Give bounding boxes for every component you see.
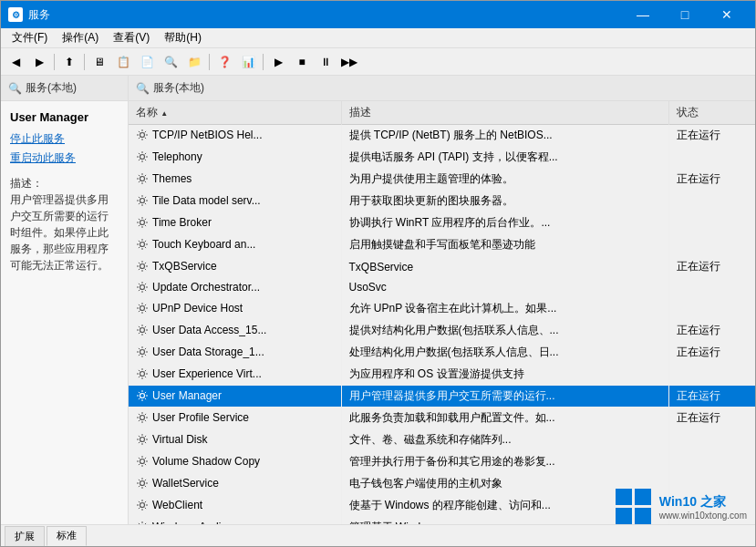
service-desc-cell: 协调执行 WinRT 应用程序的后台作业。... [341,212,669,234]
right-panel-header: 🔍 服务(本地) [129,76,755,101]
table-row[interactable]: Tile Data model serv...用于获取图块更新的图块服务器。 [129,191,755,212]
table-row[interactable]: Windows Audio管理基于 Windo... [129,516,755,524]
table-row[interactable]: User Data Access_15...提供对结构化用户数据(包括联系人信息… [129,319,755,341]
table-row[interactable]: User Experience Virt...为应用程序和 OS 设置漫游提供支… [129,363,755,385]
table-row[interactable]: UPnP Device Host允许 UPnP 设备宿主在此计算机上。如果... [129,297,755,319]
toolbar-pause[interactable]: ⏸ [315,52,337,72]
toolbar-show-console[interactable]: 🖥 [88,52,110,72]
svg-point-17 [140,502,145,507]
table-row[interactable]: User Data Storage_1...处理结构化用户数据(包括联系人信息、… [129,341,755,363]
table-header-row: 名称 ▲ 描述 状态 [129,101,755,125]
col-name[interactable]: 名称 ▲ [129,101,341,125]
service-desc-cell: 用户管理器提供多用户交互所需要的运行... [341,385,669,407]
service-desc-cell: 此服务负责加载和卸载用户配置文件。如... [341,407,669,428]
tab-extended[interactable]: 扩展 [5,526,45,546]
svg-point-11 [140,371,145,376]
main-area: 🔍 服务(本地) User Manager 停止此服务 重启动此服务 描述： 用… [1,76,755,524]
services-list: 名称 ▲ 描述 状态 T [129,101,755,524]
col-desc[interactable]: 描述 [341,101,669,125]
table-row[interactable]: User Manager用户管理器提供多用户交互所需要的运行...正在运行 [129,385,755,407]
svg-point-12 [140,393,145,397]
service-desc-cell: 使基于 Windows 的程序能创建、访问和... [341,494,669,516]
toolbar-up[interactable]: ⬆ [58,52,80,72]
tab-standard[interactable]: 标准 [47,526,87,546]
service-name-cell: WalletService [129,472,341,494]
col-status[interactable]: 状态 [669,101,755,125]
svg-point-13 [140,415,145,419]
table-row[interactable]: WebClient使基于 Windows 的程序能创建、访问和... [129,494,755,516]
service-name-cell: Telephony [129,147,341,169]
service-name-cell: Virtual Disk [129,428,341,450]
toolbar-back[interactable]: ◀ [5,52,26,72]
svg-point-1 [140,154,145,159]
service-desc-cell: 提供电话服务 API (TAPI) 支持，以便客程... [341,147,669,169]
menu-view[interactable]: 查看(V) [106,28,157,47]
toolbar-btn2[interactable]: 📋 [112,52,134,72]
service-status-cell [669,472,755,494]
window-title: 服务 [28,7,622,23]
service-desc-cell: 为应用程序和 OS 设置漫游提供支持 [341,363,669,385]
table-row[interactable]: Virtual Disk文件、卷、磁盘系统和存储阵列... [129,428,755,450]
sort-arrow-name: ▲ [161,109,168,118]
table-row[interactable]: WalletService电子钱包客户端使用的主机对象 [129,472,755,494]
service-status-cell [669,428,755,450]
svg-point-8 [140,305,145,310]
svg-point-0 [140,132,145,137]
right-panel-header-text: 服务(本地) [153,80,204,96]
restart-service-link[interactable]: 重启动此服务 [10,150,119,166]
toolbar-restart[interactable]: ▶▶ [338,52,360,72]
service-desc-cell: 启用触摸键盘和手写面板笔和墨迹功能 [341,234,669,256]
menu-help[interactable]: 帮助(H) [157,28,209,47]
toolbar: ◀ ▶ ⬆ 🖥 📋 📄 🔍 📁 ❓ 📊 ▶ ■ ⏸ ▶▶ [1,48,755,76]
toolbar-btn6[interactable]: 📊 [237,52,259,72]
toolbar-sep-2 [84,54,85,70]
service-desc-cell: 文件、卷、磁盘系统和存储阵列... [341,428,669,450]
minimize-button[interactable]: — [622,1,664,28]
left-panel-header: 🔍 服务(本地) [1,76,128,101]
maximize-button[interactable]: □ [664,1,706,28]
toolbar-btn3[interactable]: 📄 [136,52,158,72]
svg-point-2 [140,176,145,181]
service-desc-cell: 允许 UPnP 设备宿主在此计算机上。如果... [341,297,669,319]
left-panel-description: 描述： 用户管理器提供多用户交互所需要的运行时组件。如果停止此服务，那些应用程序… [10,175,119,274]
table-row[interactable]: TxQBServiceTxQBService正在运行 [129,256,755,278]
table-row[interactable]: Themes为用户提供使用主题管理的体验。正在运行 [129,169,755,191]
toolbar-btn4[interactable]: 🔍 [160,52,181,72]
service-status-cell [669,494,755,516]
table-row[interactable]: Volume Shadow Copy管理并执行用于备份和其它用途的卷影复... [129,450,755,472]
window-controls: — □ ✕ [622,1,748,28]
stop-service-link[interactable]: 停止此服务 [10,131,119,147]
service-name-cell: User Data Storage_1... [129,341,341,363]
table-row[interactable]: Touch Keyboard an...启用触摸键盘和手写面板笔和墨迹功能 [129,234,755,256]
table-row[interactable]: Time Broker协调执行 WinRT 应用程序的后台作业。... [129,212,755,234]
close-button[interactable]: ✕ [706,1,748,28]
service-name-cell: User Data Access_15... [129,319,341,341]
toolbar-help[interactable]: ❓ [213,52,235,72]
service-status-cell [669,234,755,256]
service-name-cell: Windows Audio [129,516,341,524]
menu-file[interactable]: 文件(F) [5,28,55,47]
app-icon: ⚙ [8,7,23,22]
toolbar-stop[interactable]: ■ [291,52,313,72]
service-desc-cell: 管理基于 Windo... [341,516,669,524]
services-table[interactable]: 名称 ▲ 描述 状态 T [129,101,755,524]
service-desc-cell: 处理结构化用户数据(包括联系人信息、日... [341,341,669,363]
title-bar: ⚙ 服务 — □ ✕ [1,1,755,28]
table-row[interactable]: TCP/IP NetBIOS Hel...提供 TCP/IP (NetBT) 服… [129,125,755,147]
service-desc-cell: UsoSvc [341,278,669,298]
service-name-cell: Update Orchestrator... [129,278,341,298]
table-row[interactable]: User Profile Service此服务负责加载和卸载用户配置文件。如..… [129,407,755,428]
service-status-cell: 正在运行 [669,385,755,407]
toolbar-play[interactable]: ▶ [267,52,289,72]
table-row[interactable]: Update Orchestrator...UsoSvc [129,278,755,298]
service-name-cell: Tile Data model serv... [129,191,341,212]
service-status-cell: 正在运行 [669,341,755,363]
toolbar-sep-3 [209,54,210,70]
table-row[interactable]: Telephony提供电话服务 API (TAPI) 支持，以便客程... [129,147,755,169]
service-name-cell: Volume Shadow Copy [129,450,341,472]
menu-action[interactable]: 操作(A) [55,28,106,47]
toolbar-btn5[interactable]: 📁 [183,52,205,72]
service-name-cell: Themes [129,169,341,191]
toolbar-forward[interactable]: ▶ [28,52,50,72]
service-status-cell: 正在运行 [669,256,755,278]
